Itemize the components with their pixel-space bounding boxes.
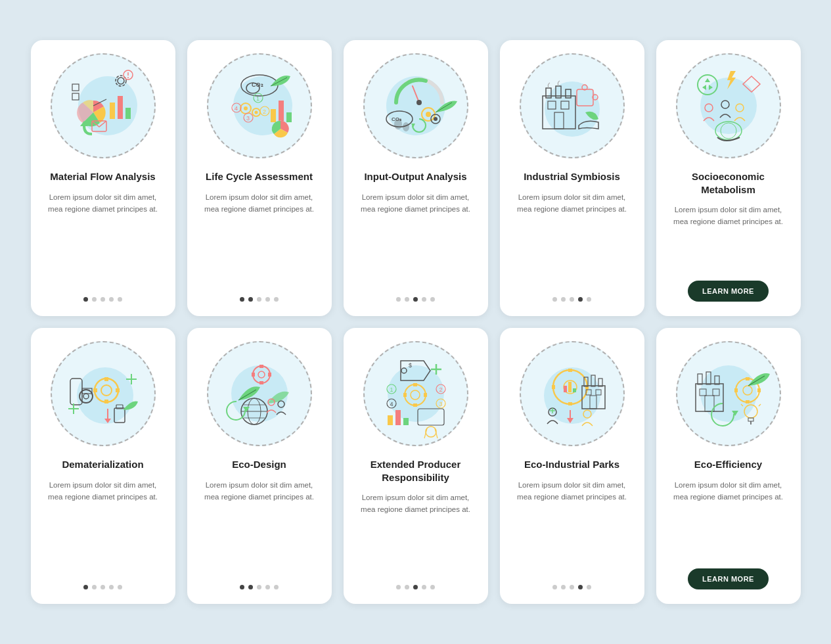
card-material-flow-dots (83, 297, 122, 302)
material-flow-icon (60, 63, 146, 149)
socioeconomic-icon (686, 63, 771, 149)
card-material-flow: Material Flow Analysis Lorem ipsum dolor… (31, 40, 175, 316)
eco-design-icon (217, 351, 302, 436)
card-eco-design-dots (240, 585, 279, 589)
card-grid: Material Flow Analysis Lorem ipsum dolor… (31, 40, 801, 604)
dot-2 (92, 297, 97, 302)
svg-rect-111 (403, 393, 407, 397)
svg-rect-90 (259, 381, 263, 384)
extended-producer-icon: $ 1 (373, 351, 459, 436)
svg-point-42 (434, 117, 438, 121)
svg-rect-92 (268, 373, 271, 377)
svg-text:1: 1 (256, 95, 259, 102)
card-extended-producer-body: Lorem ipsum dolor sit dim amet, mea regi… (355, 492, 476, 574)
svg-rect-31 (279, 101, 284, 122)
svg-point-36 (416, 100, 422, 105)
input-output-icon-wrap: CO₂ (363, 53, 468, 158)
dematerialization-icon (60, 351, 146, 436)
svg-rect-110 (413, 403, 417, 407)
card-eco-design: Eco-Design Lorem ipsum dolor sit dim ame… (187, 328, 332, 604)
dot-5 (430, 297, 435, 302)
card-eco-design-title: Eco-Design (232, 458, 286, 471)
card-dematerialization-dots (83, 585, 122, 589)
industrial-symbiosis-icon-wrap (520, 53, 625, 158)
svg-rect-72 (93, 388, 97, 392)
card-input-output-dots (396, 297, 435, 302)
dot-2 (248, 585, 253, 589)
dot-3 (570, 585, 574, 589)
dot-4 (265, 297, 270, 302)
dot-1 (240, 585, 244, 589)
svg-rect-134 (568, 369, 572, 372)
card-eco-efficiency: Eco-Efficiency Lorem ipsum dolor sit dim… (656, 328, 801, 604)
svg-text:4: 4 (390, 401, 393, 407)
svg-point-44 (394, 119, 402, 129)
svg-point-45 (403, 122, 409, 131)
dematerialization-icon-wrap (51, 341, 156, 446)
material-flow-icon-wrap (51, 53, 156, 158)
svg-text:CO₂: CO₂ (252, 81, 263, 88)
card-eco-efficiency-title: Eco-Efficiency (694, 458, 762, 471)
card-input-output-body: Lorem ipsum dolor sit dim amet, mea regi… (355, 191, 476, 287)
dot-1 (83, 297, 88, 302)
svg-rect-135 (568, 402, 572, 405)
card-life-cycle: CO₂ 4 (187, 40, 332, 316)
svg-rect-136 (552, 385, 555, 389)
card-material-flow-title: Material Flow Analysis (50, 170, 155, 183)
svg-rect-163 (734, 388, 738, 392)
card-life-cycle-title: Life Cycle Assessment (206, 170, 313, 183)
dot-2 (561, 585, 566, 589)
card-material-flow-body: Lorem ipsum dolor sit dim amet, mea regi… (43, 191, 164, 287)
dot-5 (118, 297, 122, 302)
dot-5 (274, 585, 279, 589)
card-life-cycle-dots (240, 297, 279, 302)
svg-rect-30 (271, 109, 276, 122)
svg-rect-156 (698, 374, 702, 384)
card-input-output-title: Input-Output Analysis (364, 170, 466, 183)
card-extended-producer-title: Extended Producer Responsibility (355, 458, 476, 484)
dot-4 (578, 297, 583, 302)
svg-point-8 (127, 77, 129, 78)
svg-rect-109 (413, 383, 417, 386)
svg-rect-10 (72, 84, 79, 91)
industrial-symbiosis-icon (529, 63, 615, 149)
dot-5 (430, 585, 435, 589)
dot-1 (396, 297, 401, 302)
svg-point-151 (700, 365, 757, 422)
dot-3 (257, 297, 261, 302)
dot-2 (561, 297, 566, 302)
card-eco-industrial-dots (552, 585, 591, 589)
dot-2 (248, 297, 253, 302)
eco-industrial-icon-wrap (520, 341, 625, 446)
card-eco-design-body: Lorem ipsum dolor sit dim amet, mea regi… (199, 479, 320, 575)
dot-3 (257, 585, 261, 589)
svg-rect-32 (286, 112, 292, 122)
learn-more-button-eco-efficiency[interactable]: LEARN MORE (688, 568, 769, 589)
eco-design-icon-wrap (207, 341, 312, 446)
life-cycle-icon: CO₂ 4 (217, 63, 302, 149)
dot-5 (118, 585, 122, 589)
card-industrial-symbiosis-title: Industrial Symbiosis (524, 170, 620, 183)
card-socioeconomic-body: Lorem ipsum dolor sit dim amet, mea regi… (668, 204, 789, 270)
dot-5 (587, 585, 591, 589)
svg-rect-11 (72, 93, 79, 100)
svg-text:4: 4 (235, 105, 238, 112)
learn-more-button-socioeconomic[interactable]: LEARN MORE (688, 281, 769, 302)
svg-line-172 (759, 404, 761, 406)
svg-rect-131 (564, 386, 567, 392)
dot-2 (405, 297, 409, 302)
dot-2 (92, 585, 97, 589)
extended-producer-icon-wrap: $ 1 (363, 341, 468, 446)
dot-1 (552, 297, 557, 302)
svg-rect-144 (598, 379, 602, 386)
svg-rect-71 (104, 400, 108, 403)
dot-4 (109, 297, 114, 302)
card-eco-industrial-body: Lorem ipsum dolor sit dim amet, mea regi… (512, 479, 633, 575)
card-extended-producer: $ 1 (344, 328, 488, 604)
dot-2 (405, 585, 409, 589)
dot-4 (265, 585, 270, 589)
dot-4 (422, 585, 426, 589)
dot-1 (396, 585, 401, 589)
svg-rect-133 (573, 388, 576, 392)
socioeconomic-icon-wrap (676, 53, 781, 158)
